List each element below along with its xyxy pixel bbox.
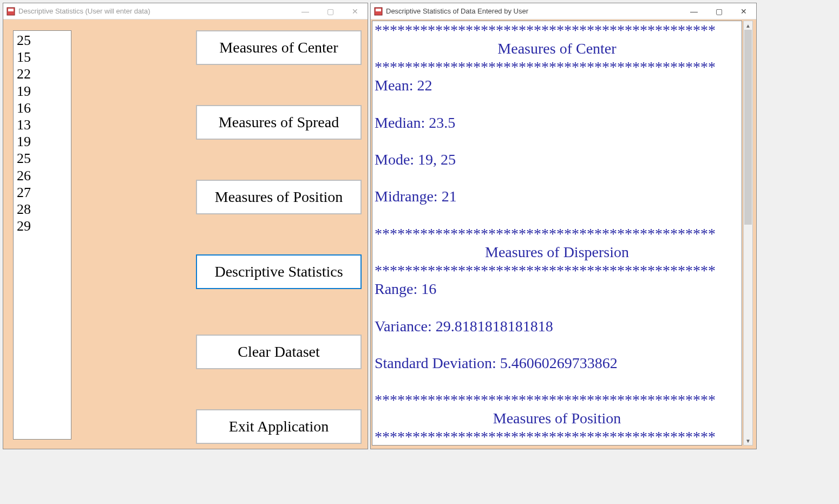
output-window: Descriptive Statistics of Data Entered b… [370, 3, 757, 449]
window-controls: — ▢ ✕ [681, 3, 756, 19]
stat-mean: Mean: 22 [375, 77, 432, 94]
svg-rect-1 [8, 9, 14, 11]
separator: ****************************************… [375, 58, 716, 75]
descriptive-statistics-button[interactable]: Descriptive Statistics [196, 254, 362, 289]
window-body: ****************************************… [371, 19, 756, 449]
exit-application-button[interactable]: Exit Application [196, 409, 362, 444]
stat-median: Median: 23.5 [375, 114, 455, 131]
stat-range: Range: 16 [375, 280, 436, 297]
scrollbar-thumb[interactable] [744, 30, 752, 225]
maximize-button[interactable]: ▢ [318, 3, 343, 19]
measures-of-spread-button[interactable]: Measures of Spread [196, 105, 362, 140]
minimize-button[interactable]: — [293, 3, 318, 19]
data-input[interactable]: 25 15 22 19 16 13 19 25 26 27 28 29 [13, 30, 71, 440]
app-icon [6, 7, 15, 16]
measures-of-center-button[interactable]: Measures of Center [196, 30, 362, 65]
minimize-button[interactable]: — [681, 3, 706, 19]
svg-rect-3 [376, 9, 381, 11]
separator: ****************************************… [375, 22, 716, 38]
stat-stddev: Standard Deviation: 5.46060269733862 [375, 355, 618, 371]
vertical-scrollbar[interactable]: ▲ ▼ [743, 21, 753, 446]
scroll-up-arrow-icon[interactable]: ▲ [744, 21, 752, 30]
stat-midrange: Midrange: 21 [375, 188, 457, 205]
close-button[interactable]: ✕ [731, 3, 756, 19]
window-title: Descriptive Statistics (User will enter … [18, 7, 150, 15]
separator: ****************************************… [375, 428, 716, 445]
clear-dataset-button[interactable]: Clear Dataset [196, 335, 362, 369]
scroll-down-arrow-icon[interactable]: ▼ [744, 436, 752, 445]
window-title: Descriptive Statistics of Data Entered b… [386, 7, 528, 15]
maximize-button[interactable]: ▢ [706, 3, 731, 19]
close-button[interactable]: ✕ [343, 3, 368, 19]
stat-variance: Variance: 29.8181818181818 [375, 318, 553, 335]
titlebar[interactable]: Descriptive Statistics (User will enter … [3, 3, 368, 19]
section-heading: Measures of Dispersion [375, 243, 739, 261]
output-textarea[interactable]: ****************************************… [372, 21, 742, 446]
separator: ****************************************… [375, 262, 716, 279]
section-heading: Measures of Position [375, 409, 739, 428]
separator: ****************************************… [375, 391, 716, 408]
titlebar[interactable]: Descriptive Statistics of Data Entered b… [371, 3, 756, 19]
window-controls: — ▢ ✕ [293, 3, 368, 19]
window-body: 25 15 22 19 16 13 19 25 26 27 28 29 Meas… [3, 19, 368, 449]
separator: ****************************************… [375, 225, 716, 242]
measures-of-position-button[interactable]: Measures of Position [196, 180, 362, 214]
stat-mode: Mode: 19, 25 [375, 151, 456, 168]
section-heading: Measures of Center [375, 40, 739, 58]
app-icon [374, 7, 383, 16]
input-window: Descriptive Statistics (User will enter … [3, 3, 368, 449]
